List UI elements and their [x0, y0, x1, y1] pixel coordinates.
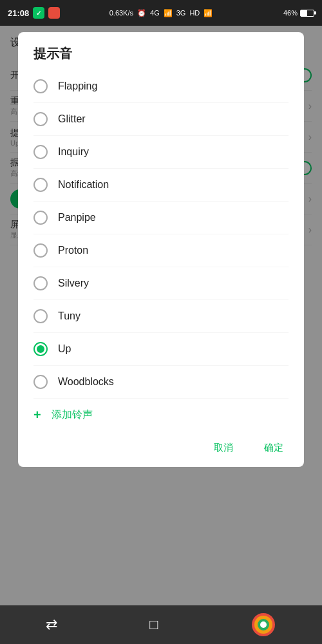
ringtone-label-tuny: Tuny — [58, 310, 80, 322]
hd-icon: HD — [189, 9, 200, 17]
radio-up-fill — [37, 345, 44, 353]
ringtone-item-proton[interactable]: Proton — [33, 234, 289, 267]
ringtone-label-up: Up — [58, 343, 71, 355]
logo-button[interactable] — [251, 612, 276, 638]
radio-silvery — [33, 276, 48, 290]
time-label: 21:08 — [8, 8, 29, 18]
radio-panpipe — [33, 211, 48, 225]
ringtone-item-tuny[interactable]: Tuny — [33, 300, 289, 333]
logo-icon — [251, 612, 276, 638]
confirm-button[interactable]: 确定 — [259, 439, 289, 457]
radio-glitter — [33, 112, 48, 126]
radio-up — [33, 342, 48, 356]
radio-notification — [33, 178, 48, 192]
ringtone-item-panpipe[interactable]: Panpipe — [33, 202, 289, 234]
add-icon: + — [33, 408, 41, 422]
svg-point-3 — [260, 621, 267, 628]
ringtone-label-inquiry: Inquiry — [58, 146, 89, 158]
signal-bars: 📶 — [164, 9, 173, 17]
battery-icon — [300, 10, 314, 17]
status-bar: 21:08 ✓ 0.63K/s ⏰ 4G 📶 3G HD 📶 46% — [0, 0, 322, 26]
speed-label: 0.63K/s — [109, 9, 133, 17]
ringtone-label-flapping: Flapping — [58, 80, 97, 92]
ringtone-label-panpipe: Panpipe — [58, 212, 96, 223]
cancel-button[interactable]: 取消 — [209, 439, 238, 457]
alarm-icon: ⏰ — [137, 9, 146, 17]
ringtone-label-glitter: Glitter — [58, 113, 86, 125]
status-center: 0.63K/s ⏰ 4G 📶 3G HD 📶 — [109, 9, 213, 17]
battery-percent: 46% — [283, 9, 298, 17]
radio-inquiry — [33, 145, 48, 159]
add-ringtone-label: 添加铃声 — [52, 408, 93, 422]
red-app-icon — [48, 7, 60, 19]
ringtone-item-notification[interactable]: Notification — [33, 169, 289, 202]
ringtone-list: Flapping Glitter Inquiry Notification Pa… — [18, 70, 304, 431]
network-4g-label: 4G — [150, 9, 160, 17]
ringtone-item-glitter[interactable]: Glitter — [33, 103, 289, 136]
signal-3g-bars: 📶 — [204, 9, 213, 17]
radio-tuny — [33, 309, 48, 323]
ringtone-label-silvery: Silvery — [58, 278, 89, 289]
ringtone-item-silvery[interactable]: Silvery — [33, 267, 289, 300]
ringtone-item-woodblocks[interactable]: Woodblocks — [33, 366, 289, 399]
bottom-nav: ⇄ □ — [0, 605, 322, 644]
add-ringtone-item[interactable]: + 添加铃声 — [33, 399, 289, 431]
dialog-actions: 取消 确定 — [18, 431, 304, 467]
radio-woodblocks — [33, 375, 48, 389]
back-button[interactable]: ⇄ — [46, 616, 57, 633]
radio-proton — [33, 243, 48, 258]
back-icon: ⇄ — [46, 616, 57, 633]
ringtone-label-proton: Proton — [58, 245, 88, 256]
ringtone-label-notification: Notification — [58, 179, 109, 191]
ringtone-dialog: 提示音 Flapping Glitter Inquiry Notificatio… — [18, 32, 304, 467]
status-right: 46% — [283, 9, 314, 17]
home-button[interactable]: □ — [149, 616, 158, 633]
ringtone-item-inquiry[interactable]: Inquiry — [33, 136, 289, 169]
dialog-title: 提示音 — [18, 32, 304, 70]
ringtone-item-flapping[interactable]: Flapping — [33, 70, 289, 103]
ringtone-item-up[interactable]: Up — [33, 333, 289, 366]
status-left: 21:08 ✓ — [8, 7, 60, 19]
wechat-icon: ✓ — [33, 7, 44, 19]
home-icon: □ — [149, 616, 158, 633]
network-3g-label: 3G — [176, 9, 186, 17]
ringtone-label-woodblocks: Woodblocks — [58, 376, 114, 388]
radio-flapping — [33, 79, 48, 93]
